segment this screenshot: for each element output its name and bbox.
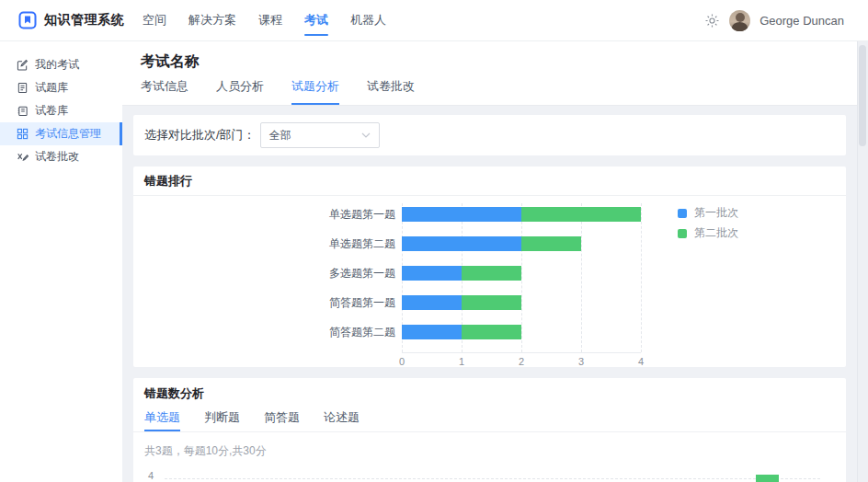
legend-label: 第一批次 — [694, 205, 738, 221]
x-axis-tick: 3 — [578, 356, 584, 367]
nav-item[interactable]: 考试 — [293, 0, 339, 40]
sidebar-item[interactable]: 试题库 — [0, 76, 122, 99]
analysis-card-title: 错题数分析 — [133, 378, 846, 404]
rank-card-header: 错题排行 — [133, 166, 846, 196]
filter-card: 选择对比批次/部门： 全部 — [133, 115, 846, 155]
app-shell: 我的考试试题库试卷库考试信息管理试卷批改 考试名称 考试信息人员分析试题分析试卷… — [0, 41, 868, 482]
x-gridline — [521, 203, 522, 352]
nav-item[interactable]: 机器人 — [339, 0, 397, 40]
nav-item[interactable]: 空间 — [131, 0, 177, 40]
x-gridline — [641, 203, 642, 352]
top-nav: 知识管理系统 空间解决方案课程考试机器人 George Duncan — [0, 0, 868, 41]
category-label: 单选题第一题 — [144, 207, 395, 222]
page-tab[interactable]: 考试信息 — [141, 78, 188, 105]
page-tabs: 考试信息人员分析试题分析试卷批改 — [141, 78, 839, 105]
topnav-menu: 空间解决方案课程考试机器人 — [131, 0, 397, 40]
legend-label: 第二批次 — [694, 225, 738, 241]
exam-edit-icon — [17, 59, 29, 71]
scrollbar-thumb[interactable] — [859, 45, 866, 146]
bar-segment — [402, 266, 462, 281]
sidebar-item[interactable]: 考试信息管理 — [0, 122, 122, 145]
legend-swatch — [678, 229, 687, 238]
grid-icon — [17, 128, 29, 140]
wrong-count-analysis-card: 错题数分析 单选题判断题简答题论述题 共3题，每题10分,共30分 4 — [133, 378, 846, 482]
page-tab[interactable]: 试卷批改 — [367, 78, 415, 105]
page-tab[interactable]: 人员分析 — [216, 78, 264, 105]
sidebar-item-label: 试题库 — [35, 80, 68, 96]
page-title: 考试名称 — [141, 52, 839, 72]
bar-segment — [462, 325, 521, 339]
category-label: 单选题第二题 — [144, 236, 395, 251]
y-axis-tick: 4 — [148, 470, 154, 481]
book-bookmark-icon — [18, 11, 37, 29]
legend-swatch — [678, 209, 687, 218]
analysis-tab[interactable]: 简答题 — [264, 409, 300, 431]
wrong-question-rank-card: 错题排行 01234单选题第一题单选题第二题多选题第一题简答题第一题简答题第二题… — [133, 166, 846, 367]
sidebar-item[interactable]: 试卷库 — [0, 99, 122, 122]
paper-library-icon — [17, 105, 29, 117]
x-gridline — [581, 203, 582, 352]
x-axis-tick: 2 — [519, 356, 524, 367]
analysis-tab[interactable]: 单选题 — [144, 409, 180, 431]
bar-segment — [521, 236, 581, 251]
legend-item[interactable]: 第二批次 — [678, 225, 738, 241]
topnav-right: George Duncan — [704, 10, 844, 31]
page-tab[interactable]: 试题分析 — [291, 78, 339, 105]
x-axis-line — [402, 352, 641, 353]
analysis-partial-chart: 4 — [144, 463, 835, 482]
user-name[interactable]: George Duncan — [760, 14, 844, 28]
x-axis-tick: 0 — [399, 356, 405, 367]
bar-segment — [402, 207, 521, 222]
app-logo[interactable]: 知识管理系统 — [18, 11, 124, 29]
page-header: 考试名称 考试信息人员分析试题分析试卷批改 — [122, 41, 857, 106]
analysis-tabs: 单选题判断题简答题论述题 — [133, 404, 846, 432]
nav-item[interactable]: 解决方案 — [177, 0, 247, 40]
sidebar-item-label: 试卷批改 — [35, 149, 79, 165]
gear-icon[interactable] — [704, 13, 720, 29]
bar-segment — [521, 207, 641, 222]
bar-segment — [756, 475, 779, 482]
sidebar: 我的考试试题库试卷库考试信息管理试卷批改 — [0, 41, 122, 482]
grading-pen-icon — [17, 151, 29, 163]
bar-segment — [462, 295, 521, 310]
rank-card-title: 错题排行 — [144, 174, 192, 188]
scrollbar-track[interactable] — [857, 41, 868, 482]
x-axis-tick: 4 — [638, 356, 644, 367]
sidebar-item-label: 试卷库 — [35, 103, 68, 119]
legend-item[interactable]: 第一批次 — [678, 205, 738, 221]
bar-segment — [402, 236, 521, 251]
analysis-tab[interactable]: 论述题 — [324, 409, 360, 431]
filter-label: 选择对比批次/部门： — [144, 127, 256, 143]
bar-segment — [462, 266, 521, 281]
sidebar-item[interactable]: 我的考试 — [0, 53, 122, 76]
category-label: 简答题第二题 — [144, 325, 395, 339]
app-title: 知识管理系统 — [44, 12, 124, 29]
analysis-tab[interactable]: 判断题 — [204, 409, 240, 431]
chevron-down-icon — [361, 132, 371, 138]
bar-segment — [402, 325, 462, 339]
batch-select-value: 全部 — [269, 128, 291, 143]
sidebar-item-label: 考试信息管理 — [35, 126, 101, 142]
bar-segment — [402, 295, 462, 310]
sidebar-item[interactable]: 试卷批改 — [0, 145, 122, 168]
batch-select[interactable]: 全部 — [260, 122, 380, 148]
content: 选择对比批次/部门： 全部 错题排行 01234单选题第一题 — [122, 106, 857, 482]
rank-chart: 01234单选题第一题单选题第二题多选题第一题简答题第一题简答题第二题第一批次第… — [144, 203, 835, 367]
question-bank-icon — [17, 82, 29, 94]
user-avatar[interactable] — [729, 10, 750, 31]
nav-item[interactable]: 课程 — [247, 0, 293, 40]
x-axis-tick: 1 — [459, 356, 464, 367]
gridline — [165, 478, 820, 479]
analysis-summary: 共3题，每题10分,共30分 — [133, 432, 846, 463]
sidebar-item-label: 我的考试 — [35, 57, 79, 73]
category-label: 多选题第一题 — [144, 266, 395, 281]
main-area: 考试名称 考试信息人员分析试题分析试卷批改 选择对比批次/部门： 全部 — [122, 41, 868, 482]
category-label: 简答题第一题 — [144, 295, 395, 310]
